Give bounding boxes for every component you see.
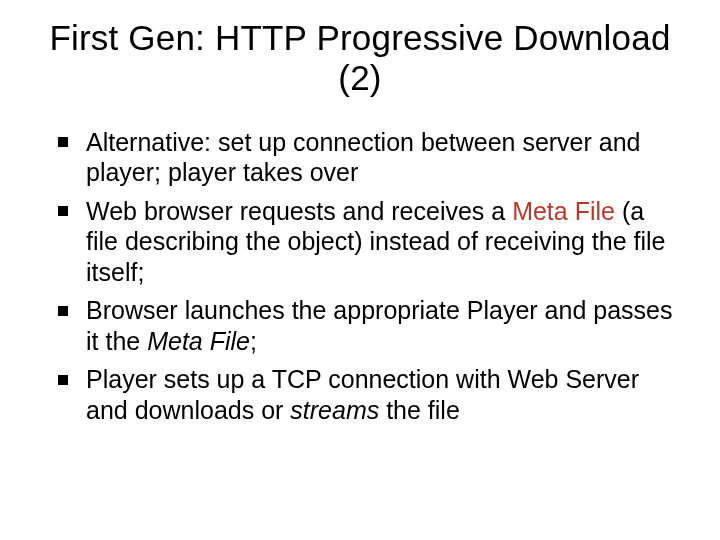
bullet-text-post: the file: [379, 396, 460, 424]
bullet-text-post: ;: [250, 327, 257, 355]
streams-term: streams: [290, 396, 379, 424]
meta-file-term: Meta File: [512, 197, 615, 225]
bullet-item: Browser launches the appropriate Player …: [58, 295, 676, 356]
bullet-list: Alternative: set up connection between s…: [40, 127, 680, 426]
slide-title: First Gen: HTTP Progressive Download (2): [40, 18, 680, 99]
bullet-text-pre: Web browser requests and receives a: [86, 197, 512, 225]
meta-file-term-italic: Meta File: [147, 327, 250, 355]
bullet-item: Alternative: set up connection between s…: [58, 127, 676, 188]
slide: First Gen: HTTP Progressive Download (2)…: [0, 0, 720, 540]
bullet-item: Player sets up a TCP connection with Web…: [58, 364, 676, 425]
bullet-text: Alternative: set up connection between s…: [86, 128, 641, 187]
bullet-item: Web browser requests and receives a Meta…: [58, 196, 676, 288]
